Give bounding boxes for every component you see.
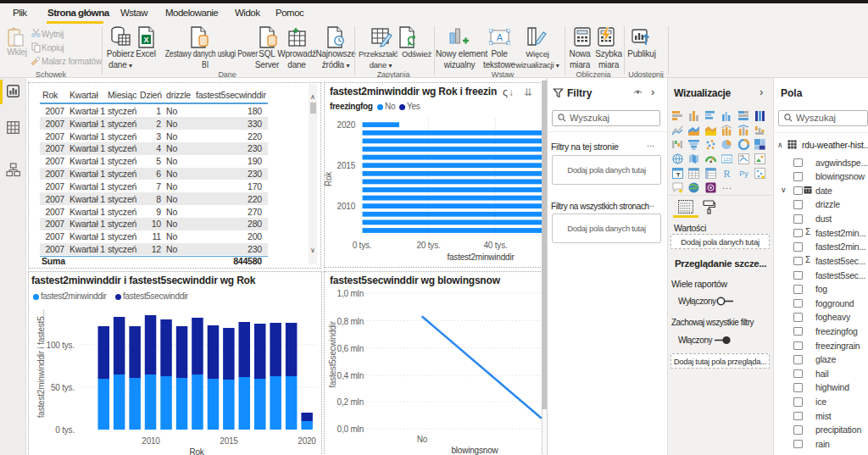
svg-text:X: X bbox=[143, 36, 148, 44]
svg-text:Py: Py bbox=[739, 169, 748, 178]
svg-text:A: A bbox=[497, 32, 504, 42]
svg-text:123: 123 bbox=[723, 157, 731, 162]
svg-text:R: R bbox=[723, 168, 730, 179]
